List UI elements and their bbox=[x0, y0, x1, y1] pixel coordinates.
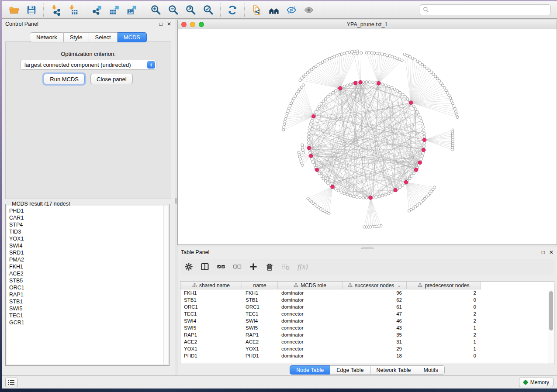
table-cell[interactable]: 46 bbox=[343, 318, 407, 323]
tab-network-table[interactable]: Network Table bbox=[370, 365, 418, 375]
deselect-all-icon[interactable] bbox=[233, 262, 242, 271]
table-cell[interactable]: 43 bbox=[343, 325, 407, 330]
table-cell[interactable]: 61 bbox=[343, 304, 407, 309]
column-header-mcds-role[interactable]: MCDS role bbox=[278, 282, 343, 289]
mcds-result-item[interactable]: STB5 bbox=[7, 277, 168, 284]
table-cell[interactable]: FKH1 bbox=[242, 290, 278, 296]
table-cell[interactable]: STB1 bbox=[242, 297, 278, 303]
table-row[interactable]: SWI4SWI4dominator462 bbox=[180, 317, 548, 324]
tab-network[interactable]: Network bbox=[30, 32, 64, 42]
import-network-icon[interactable] bbox=[49, 3, 62, 17]
mcds-result-item[interactable]: SWI5 bbox=[7, 305, 168, 312]
save-session-icon[interactable] bbox=[25, 3, 38, 17]
close-panel-button[interactable]: Close panel bbox=[90, 74, 133, 84]
table-cell[interactable]: connector bbox=[278, 346, 343, 351]
table-cell[interactable]: 0 bbox=[407, 353, 481, 358]
table-cell[interactable]: 2 bbox=[407, 332, 481, 337]
add-column-icon[interactable] bbox=[249, 262, 258, 271]
column-header-successor-nodes[interactable]: successor nodes⌄ bbox=[343, 282, 407, 289]
delete-column-icon[interactable] bbox=[265, 262, 274, 271]
table-cell[interactable]: connector bbox=[278, 325, 343, 330]
mcds-result-list[interactable]: PHD1CAR1STP4TID3YOX1SWI4SRD1PMA2FKH1ACE2… bbox=[7, 206, 168, 364]
float-table-panel-icon[interactable]: □ bbox=[542, 250, 545, 255]
mcds-result-item[interactable]: TEC1 bbox=[7, 312, 168, 319]
table-cell[interactable]: 1 bbox=[407, 325, 481, 330]
copy-network-icon[interactable] bbox=[250, 3, 263, 17]
table-cell[interactable]: 1 bbox=[407, 346, 481, 351]
mcds-result-item[interactable]: SWI4 bbox=[7, 242, 168, 249]
import-table-icon[interactable] bbox=[66, 3, 80, 17]
table-cell[interactable]: 0 bbox=[407, 297, 481, 303]
table-row[interactable]: ORC1ORC1dominator610 bbox=[180, 303, 548, 310]
table-cell[interactable]: SWI4 bbox=[180, 318, 242, 323]
show-all-icon[interactable] bbox=[302, 3, 315, 17]
first-neighbors-icon[interactable] bbox=[267, 3, 280, 17]
mcds-result-item[interactable]: GCR1 bbox=[7, 319, 168, 326]
zoom-out-icon[interactable] bbox=[167, 3, 180, 17]
column-header-name[interactable]: name bbox=[242, 282, 278, 289]
table-row[interactable]: PHD1PHD1dominator180 bbox=[180, 352, 548, 359]
table-cell[interactable]: dominator bbox=[278, 297, 343, 303]
table-cell[interactable]: ACE2 bbox=[180, 339, 242, 344]
open-session-icon[interactable] bbox=[7, 3, 21, 17]
table-cell[interactable]: RAP1 bbox=[180, 332, 242, 337]
table-row[interactable]: FKH1FKH1dominator962 bbox=[180, 289, 548, 296]
tab-node-table[interactable]: Node Table bbox=[290, 365, 330, 375]
table-cell[interactable]: PHD1 bbox=[180, 353, 242, 358]
tab-select[interactable]: Select bbox=[89, 32, 118, 42]
table-cell[interactable]: FKH1 bbox=[180, 290, 242, 296]
table-cell[interactable]: YOX1 bbox=[180, 346, 242, 351]
hide-selected-icon[interactable] bbox=[285, 3, 298, 17]
mcds-result-item[interactable]: STP4 bbox=[7, 221, 168, 228]
mcds-result-item[interactable]: TID3 bbox=[7, 228, 168, 235]
export-table-icon[interactable] bbox=[108, 3, 121, 17]
table-cell[interactable]: 1 bbox=[407, 339, 481, 344]
table-cell[interactable]: 18 bbox=[343, 353, 407, 358]
export-image-icon[interactable] bbox=[125, 3, 138, 17]
tab-motifs[interactable]: Motifs bbox=[417, 365, 444, 375]
close-table-panel-icon[interactable]: ✕ bbox=[549, 250, 554, 255]
mcds-result-item[interactable]: PHD1 bbox=[7, 207, 168, 214]
table-cell[interactable]: 62 bbox=[343, 297, 407, 303]
table-scrollbar[interactable] bbox=[548, 289, 554, 364]
table-cell[interactable]: dominator bbox=[278, 304, 343, 309]
show-columns-icon[interactable] bbox=[201, 262, 209, 271]
optimization-criterion-select[interactable]: largest connected component (undirected)… bbox=[20, 60, 156, 70]
table-cell[interactable]: dominator bbox=[278, 318, 343, 323]
table-cell[interactable]: dominator bbox=[278, 290, 343, 296]
mcds-list-scrollbar[interactable] bbox=[163, 206, 168, 364]
task-history-button[interactable] bbox=[5, 378, 17, 387]
tab-mcds[interactable]: MCDS bbox=[118, 32, 147, 42]
close-panel-icon[interactable]: ✕ bbox=[167, 21, 171, 27]
mcds-result-item[interactable]: RAP1 bbox=[7, 291, 168, 298]
table-cell[interactable]: STB1 bbox=[180, 297, 242, 303]
zoom-selected-icon[interactable] bbox=[202, 3, 215, 17]
table-cell[interactable]: ACE2 bbox=[242, 339, 278, 344]
table-cell[interactable]: YOX1 bbox=[242, 346, 278, 351]
memory-button[interactable]: Memory bbox=[519, 378, 554, 387]
select-all-icon[interactable] bbox=[217, 262, 225, 271]
table-cell[interactable]: 0 bbox=[407, 304, 481, 309]
table-row[interactable]: STB1STB1dominator620 bbox=[180, 296, 548, 303]
mcds-result-item[interactable]: STB1 bbox=[7, 298, 168, 305]
column-header-shared-name[interactable]: shared name bbox=[180, 282, 242, 289]
table-cell[interactable]: SWI4 bbox=[242, 318, 278, 323]
mcds-result-item[interactable]: PMA2 bbox=[7, 256, 168, 263]
splitter-grip[interactable] bbox=[175, 198, 177, 204]
search-input[interactable] bbox=[420, 4, 551, 15]
tab-style[interactable]: Style bbox=[64, 32, 89, 42]
table-cell[interactable]: 29 bbox=[343, 346, 407, 351]
table-panel-grip[interactable] bbox=[361, 248, 374, 249]
table-row[interactable]: TEC1TEC1connector472 bbox=[180, 310, 548, 317]
table-cell[interactable]: dominator bbox=[278, 353, 343, 358]
mcds-result-item[interactable]: SRD1 bbox=[7, 249, 168, 256]
table-cell[interactable]: dominator bbox=[278, 332, 343, 337]
export-network-icon[interactable] bbox=[90, 3, 104, 17]
mcds-result-item[interactable]: ORC1 bbox=[7, 284, 168, 291]
table-cell[interactable]: ORC1 bbox=[180, 304, 242, 309]
refresh-view-icon[interactable] bbox=[226, 3, 239, 17]
mcds-result-item[interactable]: YOX1 bbox=[7, 235, 168, 242]
zoom-fit-icon[interactable] bbox=[184, 3, 197, 17]
tab-edge-table[interactable]: Edge Table bbox=[330, 365, 370, 375]
table-cell[interactable]: 2 bbox=[407, 311, 481, 316]
